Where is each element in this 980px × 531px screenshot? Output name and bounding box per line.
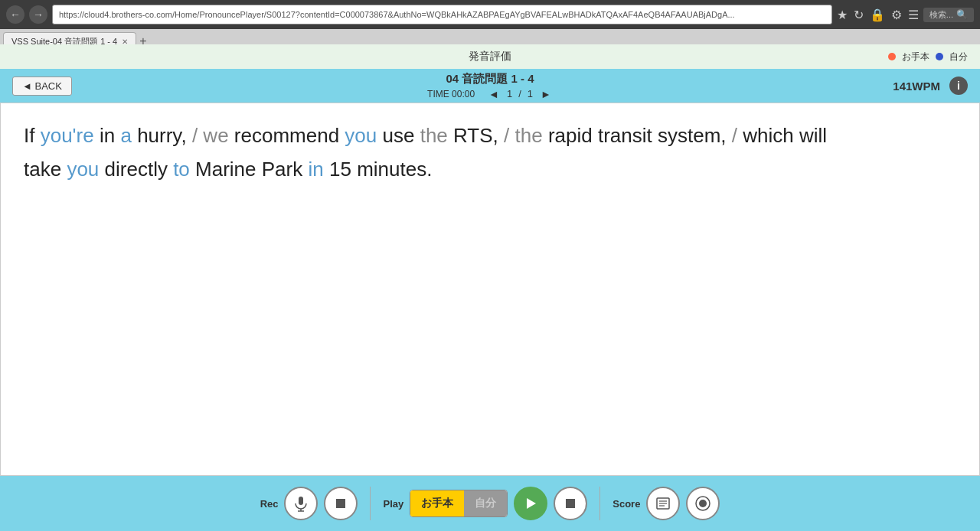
- word-slash3: /: [732, 124, 737, 147]
- page-current: 1: [507, 88, 512, 99]
- play-option-teacher[interactable]: お手本: [410, 490, 464, 516]
- word-you2: you: [67, 158, 99, 181]
- top-bar-title: 発音評価: [469, 50, 511, 64]
- word-take: take: [24, 158, 61, 181]
- browser-icons: ★ ↻ 🔒 ⚙ ☰: [837, 8, 919, 22]
- nav-bar: ◄ BACK 04 音読問題 1 - 4 TIME 00:00 ◄ 1 / 1 …: [0, 69, 980, 103]
- word-in2: in: [308, 158, 323, 181]
- word-we: we: [203, 124, 228, 147]
- lock-icon: 🔒: [870, 8, 885, 22]
- page-total: 1: [528, 88, 533, 99]
- score-list-button[interactable]: [646, 487, 680, 520]
- indicator-dot-self: [936, 53, 943, 60]
- score-record-button[interactable]: [686, 487, 720, 520]
- top-bar-indicators: お手本 自分: [888, 50, 968, 64]
- svg-marker-4: [527, 498, 536, 509]
- play-group: Play お手本 自分: [383, 487, 587, 520]
- search-icon: 🔍: [956, 9, 968, 20]
- top-bar: 発音評価 お手本 自分: [0, 44, 980, 69]
- word-you1: you: [345, 124, 377, 147]
- svg-rect-0: [299, 497, 303, 505]
- address-bar[interactable]: https://cloud4.brothers-co.com/Home/Pron…: [52, 5, 832, 24]
- word-rts: RTS,: [453, 124, 498, 147]
- browser-toolbar: ← → https://cloud4.brothers-co.com/Home/…: [0, 0, 980, 29]
- score-group: Score: [612, 487, 720, 520]
- word-minutes: minutes.: [357, 158, 432, 181]
- word-marine: Marine: [195, 158, 256, 181]
- divider2: [599, 487, 600, 520]
- word-will: will: [799, 124, 827, 147]
- play-selector: お手本 自分: [410, 490, 508, 517]
- word-recommend: recommend: [234, 124, 339, 147]
- word-use: use: [383, 124, 415, 147]
- word-in1: in: [100, 124, 115, 147]
- menu-icon[interactable]: ☰: [908, 8, 919, 22]
- word-rapid: rapid: [548, 124, 593, 147]
- svg-rect-3: [336, 499, 345, 508]
- word-the1: the: [420, 124, 448, 147]
- refresh-icon[interactable]: ↻: [854, 8, 864, 22]
- word-slash1: /: [192, 124, 198, 147]
- back-button[interactable]: ◄ BACK: [12, 77, 72, 96]
- word-a: a: [120, 124, 131, 147]
- main-content: If you're in a hurry, / we recommend you…: [0, 103, 980, 476]
- nav-center: 04 音読問題 1 - 4 TIME 00:00 ◄ 1 / 1 ►: [427, 72, 553, 100]
- score-label: Score: [612, 498, 640, 510]
- word-if: If: [24, 124, 34, 147]
- word-youre: you're: [41, 124, 94, 147]
- app-area: 発音評価 お手本 自分 ◄ BACK 04 音読問題 1 - 4 TIME 00…: [0, 44, 980, 531]
- word-the2: the: [515, 124, 543, 147]
- mic-button[interactable]: [284, 487, 318, 520]
- time-label: TIME 00:00: [427, 89, 475, 99]
- word-system: system,: [658, 124, 727, 147]
- word-15: 15: [329, 158, 351, 181]
- rec-stop-button[interactable]: [324, 487, 358, 520]
- play-stop-button[interactable]: [554, 487, 587, 520]
- bookmark-icon[interactable]: ★: [837, 8, 848, 22]
- browser-chrome: ← → https://cloud4.brothers-co.com/Home/…: [0, 0, 980, 44]
- indicator-dot-teacher: [888, 53, 896, 60]
- page-title: 04 音読問題 1 - 4: [446, 72, 534, 86]
- word-transit: transit: [598, 124, 652, 147]
- search-bar[interactable]: 検索... 🔍: [923, 8, 974, 22]
- rec-group: Rec: [260, 487, 358, 520]
- rec-label: Rec: [260, 498, 279, 510]
- bottom-toolbar: Rec Play お手本 自分: [0, 476, 980, 531]
- page-nav: TIME 00:00 ◄ 1 / 1 ►: [427, 88, 553, 100]
- play-option-self[interactable]: 自分: [464, 490, 507, 516]
- indicator-label-teacher: お手本: [902, 50, 929, 64]
- play-button[interactable]: [514, 487, 547, 520]
- indicator-label-self: 自分: [949, 50, 968, 64]
- word-which: which: [743, 124, 793, 147]
- page-next-button[interactable]: ►: [539, 88, 553, 100]
- info-button[interactable]: i: [949, 77, 968, 95]
- word-directly: directly: [105, 158, 168, 181]
- svg-rect-5: [566, 499, 575, 508]
- word-to: to: [173, 158, 190, 181]
- nav-right: 141WPM i: [893, 77, 968, 95]
- passage-text: If you're in a hurry, / we recommend you…: [24, 119, 956, 186]
- divider1: [370, 487, 371, 520]
- word-hurry: hurry,: [137, 124, 187, 147]
- svg-point-11: [699, 500, 707, 507]
- wpm-label: 141WPM: [893, 80, 940, 93]
- settings-icon[interactable]: ⚙: [891, 8, 902, 22]
- word-slash2: /: [504, 124, 509, 147]
- play-label: Play: [383, 498, 403, 510]
- page-prev-button[interactable]: ◄: [487, 88, 501, 100]
- forward-button[interactable]: →: [29, 5, 47, 24]
- word-park: Park: [262, 158, 302, 181]
- back-button[interactable]: ←: [6, 5, 24, 24]
